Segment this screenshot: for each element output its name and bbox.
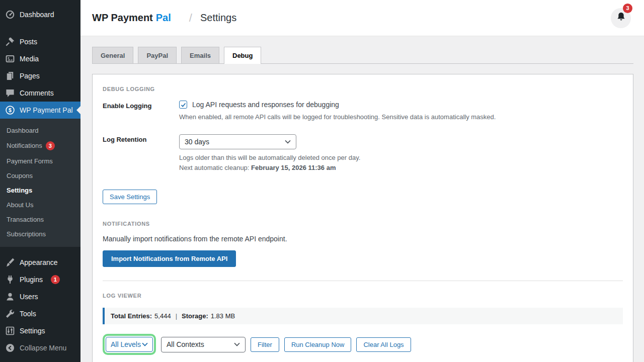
log-stats-bar: Total Entries: 5,444 | Storage: 1.83 MB <box>103 308 623 324</box>
sidebar-item-comments[interactable]: Comments <box>0 84 80 102</box>
notifications-bell-button[interactable]: 3 <box>611 8 631 28</box>
sidebar-item-settings[interactable]: Settings <box>0 322 80 339</box>
enable-logging-row: Enable Logging Log API requests and resp… <box>103 101 623 121</box>
log-retention-value: 30 days <box>185 138 209 146</box>
bell-icon <box>616 12 626 24</box>
plugin-brand-title: WP Payment <box>92 12 153 24</box>
tab-emails[interactable]: Emails <box>181 47 219 63</box>
menu-item-label: Notifications <box>7 142 42 149</box>
menu-item-label: Collapse Menu <box>20 344 66 352</box>
context-filter-value: All Contexts <box>167 340 204 348</box>
enable-logging-checkbox[interactable] <box>179 101 187 109</box>
sidebar-main-menu: DashboardPostsMediaPagesComments$WP Paym… <box>0 0 80 119</box>
menu-item-label: Settings <box>20 327 45 335</box>
total-entries-label: Total Entries: <box>111 312 152 320</box>
sidebar-item-appearance[interactable]: Appearance <box>0 254 80 271</box>
section-divider <box>103 281 623 281</box>
media-icon <box>5 54 15 64</box>
tab-paypal[interactable]: PayPal <box>138 47 177 63</box>
tab-debug[interactable]: Debug <box>224 47 261 64</box>
level-filter-select[interactable]: All Levels <box>106 337 153 352</box>
sidebar-item-plugins[interactable]: Plugins1 <box>0 271 80 288</box>
sidebar-subitem-coupons[interactable]: Coupons <box>0 168 80 183</box>
sidebar-subitem-settings[interactable]: Settings <box>0 183 80 198</box>
enable-logging-help-text: When enabled, all remote API calls will … <box>179 113 496 121</box>
storage-label: Storage: <box>182 312 208 320</box>
menu-item-label: Tools <box>20 310 36 318</box>
sidebar-item-media[interactable]: Media <box>0 50 80 67</box>
sidebar-subitem-payment-forms[interactable]: Payment Forms <box>0 154 80 168</box>
plugins-icon <box>5 275 15 285</box>
enable-logging-checkbox-label: Log API requests and responses for debug… <box>192 101 339 109</box>
plugin-brand-accent: Pal <box>156 12 171 24</box>
sidebar-subitem-notifications[interactable]: Notifications3 <box>0 138 80 154</box>
log-retention-select[interactable]: 30 days <box>179 134 296 149</box>
menu-item-label: Dashboard <box>20 11 54 19</box>
sidebar-subitem-transactions[interactable]: Transactions <box>0 212 80 227</box>
chevron-down-icon <box>234 342 240 346</box>
menu-item-label: Dashboard <box>7 127 39 134</box>
menu-item-label: Pages <box>20 72 40 80</box>
import-notifications-button[interactable]: Import Notifications from Remote API <box>103 250 236 267</box>
log-filter-row: All Levels All Contexts Filter Run Clean… <box>103 334 623 355</box>
clear-all-logs-button[interactable]: Clear All Logs <box>356 337 411 352</box>
settings-panel: DEBUG LOGGING Enable Logging Log API req… <box>92 74 633 362</box>
menu-item-label: About Us <box>7 201 33 209</box>
menu-item-label: Payment Forms <box>7 157 53 165</box>
menu-item-label: Comments <box>20 89 54 97</box>
sidebar-subitem-about-us[interactable]: About Us <box>0 198 80 212</box>
sidebar-item-tools[interactable]: Tools <box>0 305 80 322</box>
settings-tabs: GeneralPayPalEmailsDebug <box>92 47 633 64</box>
page-title: Settings <box>200 12 236 24</box>
menu-item-label: Media <box>20 55 39 63</box>
chevron-down-icon <box>142 342 148 346</box>
sidebar-item-dashboard[interactable]: Dashboard <box>0 6 80 23</box>
sidebar-item-users[interactable]: Users <box>0 288 80 305</box>
sidebar-item-wp-payment-pal[interactable]: $WP Payment Pal <box>0 102 80 119</box>
menu-item-label: Plugins <box>20 276 43 284</box>
menu-item-label: Settings <box>7 187 32 194</box>
comments-icon <box>5 88 15 98</box>
page-header: WP Payment Pal / Settings 3 <box>80 0 644 36</box>
section-title-debug-logging: DEBUG LOGGING <box>103 86 623 92</box>
total-entries-value: 5,444 <box>154 312 171 320</box>
run-cleanup-button[interactable]: Run Cleanup Now <box>284 337 352 352</box>
pages-icon <box>5 71 15 81</box>
enable-logging-label: Enable Logging <box>103 101 179 121</box>
chevron-down-icon <box>285 140 291 144</box>
tools-icon <box>5 309 15 319</box>
filter-button[interactable]: Filter <box>251 337 279 352</box>
menu-item-label: Appearance <box>20 258 58 266</box>
menu-item-label: Posts <box>20 38 37 46</box>
storage-value: 1.83 MB <box>211 312 235 320</box>
sidebar-item-pages[interactable]: Pages <box>0 67 80 84</box>
next-cleanup-date: February 15, 2026 11:36 am <box>251 164 336 171</box>
sidebar-subitem-dashboard[interactable]: Dashboard <box>0 123 80 138</box>
users-icon <box>5 292 15 302</box>
save-settings-button[interactable]: Save Settings <box>103 190 157 204</box>
menu-item-label: Coupons <box>7 172 33 179</box>
section-title-log-viewer: LOG VIEWER <box>103 293 623 299</box>
appearance-icon <box>5 257 15 267</box>
sidebar-submenu: DashboardNotifications3Payment FormsCoup… <box>0 119 80 247</box>
stats-divider: | <box>176 312 177 320</box>
count-badge: 1 <box>51 275 60 284</box>
count-badge: 3 <box>46 141 55 150</box>
posts-icon <box>5 37 15 47</box>
context-filter-select[interactable]: All Contexts <box>161 337 246 352</box>
menu-item-label: WP Payment Pal <box>20 106 73 114</box>
level-filter-value: All Levels <box>111 340 141 348</box>
dashboard-icon <box>5 10 15 20</box>
sidebar-item-posts[interactable]: Posts <box>0 33 80 50</box>
log-retention-label: Log Retention <box>103 134 179 171</box>
sidebar-item-collapse-menu[interactable]: Collapse Menu <box>0 339 80 356</box>
settings-icon <box>5 326 15 336</box>
tab-general[interactable]: General <box>92 47 133 63</box>
content-area: WP Payment Pal / Settings 3 GeneralPayPa… <box>80 0 644 362</box>
log-retention-row: Log Retention 30 days Logs older than th… <box>103 134 623 171</box>
admin-sidebar: DashboardPostsMediaPagesComments$WP Paym… <box>0 0 80 362</box>
breadcrumb: WP Payment Pal / Settings <box>92 12 236 25</box>
sidebar-subitem-subscriptions[interactable]: Subscriptions <box>0 227 80 241</box>
dollar-circle-icon: $ <box>5 105 15 115</box>
wp-admin-app: DashboardPostsMediaPagesComments$WP Paym… <box>0 0 644 362</box>
